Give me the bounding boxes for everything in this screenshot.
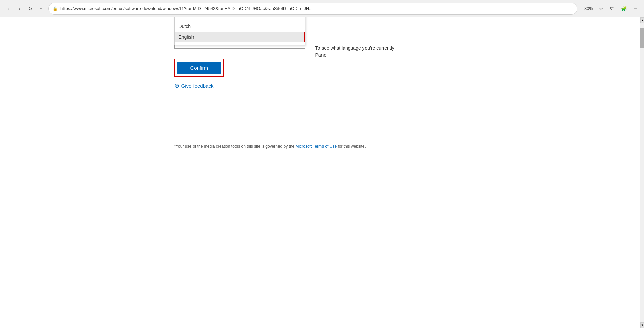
page-scrollbar[interactable]: ▲ ▼ [640, 17, 644, 328]
browser-actions: 80% ☆ 🛡 🧩 ☰ [583, 4, 640, 13]
back-button[interactable]: ‹ [4, 4, 13, 13]
page-content: Choose one Arabic Brazilian Portuguese B… [0, 17, 644, 328]
footer-text-after: for this website. [337, 144, 366, 149]
bottom-divider [174, 130, 470, 130]
option-danish[interactable]: Danish [175, 17, 305, 21]
shield-icon[interactable]: 🛡 [608, 4, 617, 13]
feedback-label: Give feedback [181, 83, 214, 89]
bookmark-button[interactable]: ☆ [596, 4, 606, 13]
option-dutch[interactable]: Dutch [175, 21, 305, 32]
option-english-international[interactable]: English International [175, 42, 305, 45]
language-dropdown-list[interactable]: Choose one Arabic Brazilian Portuguese B… [174, 17, 305, 45]
refresh-button[interactable]: ↻ [26, 4, 35, 13]
forward-button[interactable]: › [15, 4, 24, 13]
terms-link[interactable]: Microsoft Terms of Use [296, 144, 337, 149]
feedback-plus-icon: ⊕ [174, 82, 179, 89]
footer-text-before: *Your use of the media creation tools on… [174, 144, 296, 149]
menu-button[interactable]: ☰ [631, 4, 640, 13]
nav-buttons: ‹ › ↻ ⌂ [4, 4, 46, 13]
scroll-thumb[interactable] [640, 28, 644, 48]
feedback-link[interactable]: ⊕ Give feedback [174, 82, 214, 89]
option-english[interactable]: English [175, 32, 305, 42]
confirm-button[interactable]: Confirm [177, 62, 222, 74]
main-container: Choose one Arabic Brazilian Portuguese B… [161, 17, 483, 175]
address-bar-container[interactable]: 🔒 [48, 3, 577, 15]
address-bar[interactable] [60, 6, 573, 11]
extension-button[interactable]: 🧩 [619, 4, 629, 13]
dropdown-options[interactable]: Choose one Arabic Brazilian Portuguese B… [175, 17, 305, 45]
zoom-level[interactable]: 80% [583, 5, 594, 12]
confirm-area: Confirm ⊕ Give feedback [174, 59, 342, 89]
info-line2: Panel. [315, 52, 329, 58]
scroll-up-arrow[interactable]: ▲ [640, 17, 644, 23]
lock-icon: 🔒 [53, 6, 58, 11]
confirm-button-wrapper: Confirm [174, 59, 224, 77]
page-footer: *Your use of the media creation tools on… [174, 137, 470, 155]
language-section: Choose one Arabic Brazilian Portuguese B… [174, 38, 342, 89]
browser-chrome: ‹ › ↻ ⌂ 🔒 80% ☆ 🛡 🧩 ☰ [0, 0, 644, 17]
home-button[interactable]: ⌂ [36, 4, 46, 13]
scroll-down-arrow[interactable]: ▼ [640, 322, 644, 328]
